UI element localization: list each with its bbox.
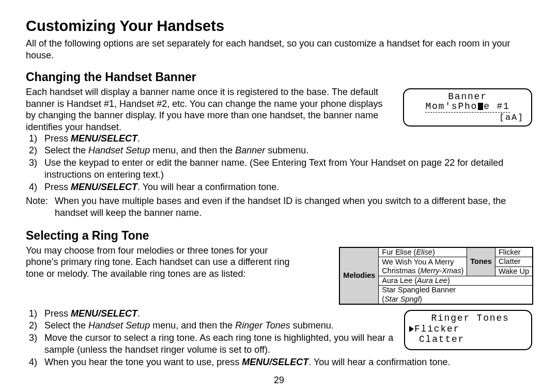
lcd-banner-line3: [aA] [404,113,531,122]
ringtone-steps: Press MENU/SELECT. Select the Handset Se… [26,308,533,368]
text: . You will hear a confirmation tone. [308,357,450,367]
text: submenu. [290,320,334,331]
text: Press [44,133,71,144]
lcd-banner-line1: Banner [404,92,531,102]
melody-2: We Wish You A Merry Christmas (Merry-Xma… [379,257,467,276]
melody-1: Fur Elise (Elise) [379,247,467,257]
text: menu, and then the [150,320,235,331]
submenu-name: Banner [235,145,265,155]
manual-page: Customizing Your Handsets All of the fol… [0,0,558,392]
banner-step-3: Use the keypad to enter or edit the bann… [41,157,533,181]
intro-text: All of the following options are set sep… [26,38,533,61]
menu-name: Handset Setup [88,320,150,331]
section-ringtone: Selecting a Ring Tone Melodies Fur Elise… [26,229,533,368]
tone-1: Flicker [495,247,533,257]
ringtone-para: You may choose from four melodies or thr… [26,245,300,280]
section-banner: Changing the Handset Banner Banner Mom's… [26,70,533,219]
text: Select the [44,145,88,155]
melodies-header: Melodies [339,247,379,304]
banner-step-2: Select the Handset Setup menu, and then … [41,145,533,156]
cursor-icon [478,103,483,110]
lcd-banner-line2-left: Mom'sPho [425,101,477,112]
ringtone-step-3: Move the cursor to select a ring tone. A… [41,332,533,356]
lcd-banner: Banner Mom'sPhoe #1 [aA] [403,88,532,127]
ringtone-step-2: Select the Handset Setup menu, and then … [41,320,533,332]
text: When you hear the tone you want to use, … [44,357,242,367]
text: Press [44,308,71,319]
key-label: MENU/SELECT [71,308,137,319]
submenu-name: Ringer Tones [235,320,290,331]
lcd-banner-line2: Mom'sPhoe #1 [404,102,531,113]
menu-name: Handset Setup [88,145,150,155]
banner-steps: Press MENU/SELECT. Select the Handset Se… [26,133,533,193]
banner-step-4: Press MENU/SELECT. You will hear a confi… [41,181,533,193]
text: submenu. [265,145,308,155]
page-number: 29 [0,375,558,386]
banner-para: Each handset will display a banner name … [26,86,393,133]
note-label: Note: [26,195,55,219]
text: Select the [44,320,88,331]
melody-4: Star Spangled Banner (Star Spngl) [379,286,533,304]
melody-3: Aura Lee (Aura Lee) [379,276,533,285]
text: . [137,133,140,144]
page-title: Customizing Your Handsets [26,18,533,35]
tone-2: Clatter [495,257,533,266]
tone-3: Wake Up [495,266,533,276]
heading-banner: Changing the Handset Banner [26,70,533,84]
text: . [137,308,140,319]
lcd-banner-line2-right: e #1 [484,101,509,112]
text: Press [44,182,71,192]
text: menu, and then the [150,145,235,155]
ringtone-table: Melodies Fur Elise (Elise) Tones Flicker… [339,247,533,305]
key-label: MENU/SELECT [71,133,137,144]
heading-ringtone: Selecting a Ring Tone [26,229,533,243]
key-label: MENU/SELECT [242,357,308,367]
ringtone-step-1: Press MENU/SELECT. [41,308,533,320]
key-label: MENU/SELECT [71,182,137,192]
banner-note: Note: When you have multiple bases and e… [26,195,533,219]
banner-step-1: Press MENU/SELECT. [41,133,533,145]
note-text: When you have multiple bases and even if… [55,195,533,219]
tones-header: Tones [467,247,495,276]
text: . You will hear a confirmation tone. [137,182,279,192]
ringtone-step-4: When you hear the tone you want to use, … [41,356,533,368]
